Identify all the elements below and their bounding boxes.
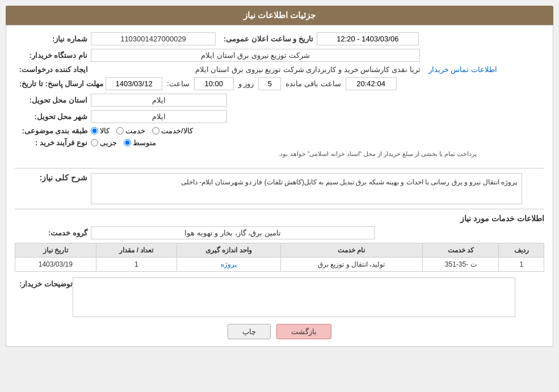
- comments-textarea[interactable]: [73, 277, 515, 317]
- city-value: ایلام: [91, 110, 227, 123]
- creator-label: ایجاد کننده درخواست:: [19, 65, 88, 74]
- category-row: کالا/خدمت خدمت کالا طبقه بندی موضوعی:: [15, 127, 544, 135]
- day-label: روز و: [238, 79, 254, 88]
- process-juzii[interactable]: جزیی: [91, 138, 117, 147]
- back-button[interactable]: بازگشت: [276, 324, 331, 339]
- service-group-row: تامین برق، گاز، بخار و تهویه هوا گروه خد…: [15, 226, 544, 239]
- datetime-value: 1403/03/06 - 12:20: [317, 32, 419, 45]
- service-group-value: تامین برق، گاز، بخار و تهویه هوا: [91, 226, 375, 239]
- col-unit: واحد اندازه گیری: [177, 243, 281, 258]
- comments-label: توضیحات خریدار:: [19, 277, 73, 288]
- print-button[interactable]: چاپ: [228, 324, 271, 339]
- category-khidmat-radio[interactable]: [116, 127, 124, 134]
- kala-khidmat-label: کالا/خدمت: [161, 127, 193, 135]
- category-kala-khidmat[interactable]: کالا/خدمت: [152, 127, 193, 135]
- page-title: جزئیات اطلاعات نیاز: [6, 6, 553, 25]
- col-row: ردیف: [499, 243, 544, 258]
- category-kala-radio[interactable]: [91, 127, 98, 134]
- datetime-label: تاریخ و ساعت اعلان عمومی:: [224, 35, 313, 43]
- category-label: طبقه بندی موضوعی:: [19, 127, 87, 135]
- creator-contact-link[interactable]: اطلاعات تماس خریدار: [428, 65, 497, 74]
- category-kala[interactable]: کالا: [91, 127, 110, 135]
- mutawaset-label: متوسط: [133, 138, 156, 147]
- divider-1: [15, 168, 544, 168]
- juzii-label: جزیی: [100, 138, 117, 147]
- services-title: اطلاعات خدمات مورد نیاز: [15, 214, 544, 223]
- description-label: شرح کلی نیاز:: [19, 173, 87, 182]
- description-content: پروژه انتقال نیرو و برق رسانی با احداث و…: [91, 173, 522, 204]
- process-note: پرداخت تمام یا بخشی از مبلغ خریدار از مح…: [91, 149, 477, 159]
- need-number-label: شماره نیاز:: [19, 35, 87, 43]
- process-juzii-radio[interactable]: [91, 139, 98, 146]
- deadline-row: 20:42:04 ساعت باقی مانده 5 روز و 10:00 س…: [15, 77, 544, 90]
- province-value: ایلام: [91, 94, 227, 107]
- province-row: ایلام استان محل تحویل:: [15, 94, 544, 107]
- remaining-time: 20:42:04: [346, 77, 397, 90]
- process-radio-group: متوسط جزیی: [91, 138, 156, 147]
- buttons-row: بازگشت چاپ: [15, 324, 544, 339]
- time-label: ساعت:: [167, 79, 190, 88]
- col-date: تاریخ نیاز: [15, 243, 96, 258]
- category-kala-khidmat-radio[interactable]: [152, 127, 159, 134]
- services-table: ردیف کد خدمت نام خدمت واحد اندازه گیری ت…: [15, 243, 544, 272]
- deadline-time-value: 10:00: [194, 77, 234, 90]
- deadline-date-value: 1403/03/12: [106, 77, 162, 90]
- category-khidmat[interactable]: خدمت: [116, 127, 145, 135]
- divider-2: [15, 209, 544, 209]
- process-mutawaset[interactable]: متوسط: [124, 138, 156, 147]
- creator-row: اطلاعات تماس خریدار ثریا نقدی کارشناس خر…: [15, 65, 544, 74]
- requester-label: نام دستگاه خریدار:: [19, 51, 87, 60]
- process-mutawaset-radio[interactable]: [124, 139, 131, 146]
- process-label: نوع فرآیند خرید :: [19, 138, 87, 147]
- service-group-label: گروه خدمت:: [19, 229, 87, 237]
- province-label: استان محل تحویل:: [19, 96, 87, 104]
- creator-value: ثریا نقدی کارشناس خرید و کاربردازی شرکت …: [91, 65, 421, 74]
- comments-section: توضیحات خریدار:: [15, 277, 544, 317]
- col-code: کد خدمت: [422, 243, 499, 258]
- need-number-value: 1103001427000029: [91, 32, 216, 45]
- category-radio-group: کالا/خدمت خدمت کالا: [91, 127, 193, 135]
- col-name: نام خدمت: [280, 243, 422, 258]
- description-row: پروژه انتقال نیرو و برق رسانی با احداث و…: [15, 173, 544, 204]
- page-wrapper: جزئیات اطلاعات نیاز 1403/03/06 - 12:20 ت…: [0, 0, 559, 392]
- city-row: ایلام شهر محل تحویل:: [15, 110, 544, 123]
- remaining-label: ساعت باقی مانده: [285, 79, 341, 88]
- deadline-label: مهلت ارسال پاسخ: تا تاریخ:: [19, 79, 103, 88]
- khidmat-label: خدمت: [125, 127, 145, 135]
- need-number-row: 1403/03/06 - 12:20 تاریخ و ساعت اعلان عم…: [15, 32, 544, 45]
- kala-label: کالا: [100, 127, 110, 135]
- table-row: 1ت -35-351تولید، انتقال و توزیع برقپروژه…: [15, 258, 544, 272]
- process-row: متوسط جزیی پرداخت تمام یا بخشی از مبلغ خ…: [15, 138, 544, 163]
- city-label: شهر محل تحویل:: [19, 112, 87, 121]
- requester-row: شرکت توزیع نیروی برق استان ایلام نام دست…: [15, 49, 544, 62]
- deadline-day-value: 5: [258, 77, 281, 90]
- col-quantity: تعداد / مقدار: [96, 243, 176, 258]
- main-card: 1403/03/06 - 12:20 تاریخ و ساعت اعلان عم…: [6, 25, 553, 347]
- requester-value: شرکت توزیع نیروی برق استان ایلام: [91, 49, 420, 62]
